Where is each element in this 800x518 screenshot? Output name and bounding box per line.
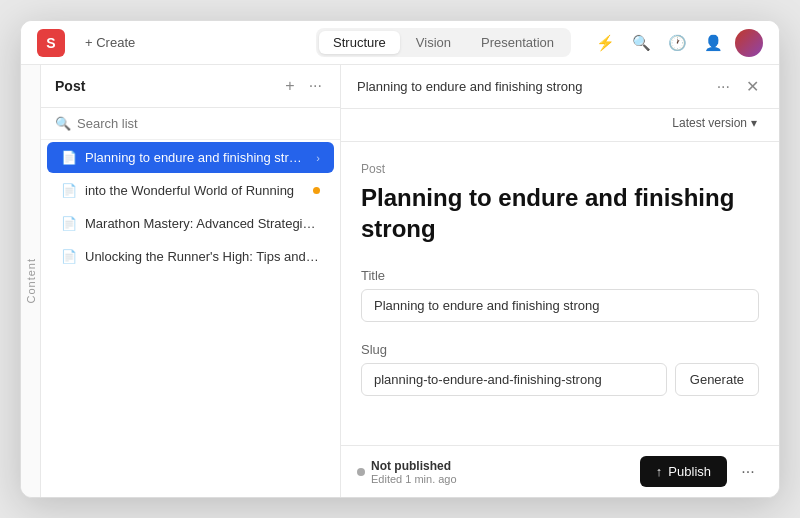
publish-button[interactable]: ↑ Publish [640, 456, 727, 487]
right-panel-header: Planning to endure and finishing strong … [341, 65, 779, 109]
edited-text: Edited 1 min. ago [371, 473, 457, 485]
bottom-bar: Not published Edited 1 min. ago ↑ Publis… [341, 445, 779, 497]
title-label: Title [361, 268, 759, 283]
create-button[interactable]: + Create [77, 31, 143, 54]
title-field-group: Title [361, 268, 759, 322]
version-selector[interactable]: Latest version ▾ [666, 113, 763, 133]
bottom-actions: ↑ Publish ··· [640, 456, 763, 487]
slug-field-group: Slug Generate [361, 342, 759, 396]
doc-icon: 📄 [61, 249, 77, 264]
slug-label: Slug [361, 342, 759, 357]
post-label: Post [361, 162, 759, 176]
generate-button[interactable]: Generate [675, 363, 759, 396]
nav-icons: ⚡ 🔍 🕐 👤 [591, 29, 763, 57]
nav-tabs: Structure Vision Presentation [316, 28, 571, 57]
item-text: Marathon Mastery: Advanced Strategies fo… [85, 216, 320, 231]
left-panel: Post + ··· 🔍 📄 Planning to endure and fi… [41, 65, 341, 497]
list-item[interactable]: 📄 Planning to endure and finishing stron… [47, 142, 334, 173]
left-panel-actions: + ··· [281, 75, 326, 97]
publish-icon: ↑ [656, 464, 663, 479]
sidebar-label: Content [21, 65, 41, 497]
list-item[interactable]: 📄 Marathon Mastery: Advanced Strategies … [47, 208, 334, 239]
not-published-text: Not published [371, 459, 457, 473]
more-options-button[interactable]: ··· [305, 75, 326, 97]
right-panel-more-button[interactable]: ··· [713, 76, 734, 98]
status-indicator [357, 468, 365, 476]
clock-icon[interactable]: 🕐 [663, 29, 691, 57]
list-items: 📄 Planning to endure and finishing stron… [41, 140, 340, 497]
left-panel-title: Post [55, 78, 281, 94]
search-input[interactable] [77, 116, 326, 131]
add-item-button[interactable]: + [281, 75, 298, 97]
chevron-down-icon: ▾ [751, 116, 757, 130]
bottom-more-button[interactable]: ··· [733, 457, 763, 487]
lightning-icon[interactable]: ⚡ [591, 29, 619, 57]
right-panel: Planning to endure and finishing strong … [341, 65, 779, 497]
title-input[interactable] [361, 289, 759, 322]
search-icon[interactable]: 🔍 [627, 29, 655, 57]
publish-label: Publish [668, 464, 711, 479]
top-nav: S + Create Structure Vision Presentation… [21, 21, 779, 65]
right-panel-subheader: Latest version ▾ [341, 109, 779, 142]
item-text: Unlocking the Runner's High: Tips and Te… [85, 249, 320, 264]
search-icon: 🔍 [55, 116, 71, 131]
item-text: into the Wonderful World of Running [85, 183, 305, 198]
main-body: Content Post + ··· 🔍 📄 Planning to endur… [21, 65, 779, 497]
app-window: S + Create Structure Vision Presentation… [20, 20, 780, 498]
tab-presentation[interactable]: Presentation [467, 31, 568, 54]
right-panel-content: Post Planning to endure and finishing st… [341, 142, 779, 445]
slug-input[interactable] [361, 363, 667, 396]
slug-row: Generate [361, 363, 759, 396]
post-title-main: Planning to endure and finishing strong [361, 182, 759, 244]
status-text-group: Not published Edited 1 min. ago [371, 459, 457, 485]
doc-icon: 📄 [61, 150, 77, 165]
tab-vision[interactable]: Vision [402, 31, 465, 54]
status-dot [313, 187, 320, 194]
avatar[interactable] [735, 29, 763, 57]
search-bar: 🔍 [41, 108, 340, 140]
item-text: Planning to endure and finishing strong [85, 150, 308, 165]
logo-button[interactable]: S [37, 29, 65, 57]
status-info: Not published Edited 1 min. ago [357, 459, 640, 485]
doc-icon: 📄 [61, 216, 77, 231]
user-icon[interactable]: 👤 [699, 29, 727, 57]
chevron-icon: › [316, 152, 320, 164]
tab-structure[interactable]: Structure [319, 31, 400, 54]
list-item[interactable]: 📄 into the Wonderful World of Running [47, 175, 334, 206]
left-panel-header: Post + ··· [41, 65, 340, 108]
close-button[interactable]: ✕ [742, 75, 763, 98]
doc-icon: 📄 [61, 183, 77, 198]
right-panel-header-title: Planning to endure and finishing strong [357, 79, 705, 94]
list-item[interactable]: 📄 Unlocking the Runner's High: Tips and … [47, 241, 334, 272]
